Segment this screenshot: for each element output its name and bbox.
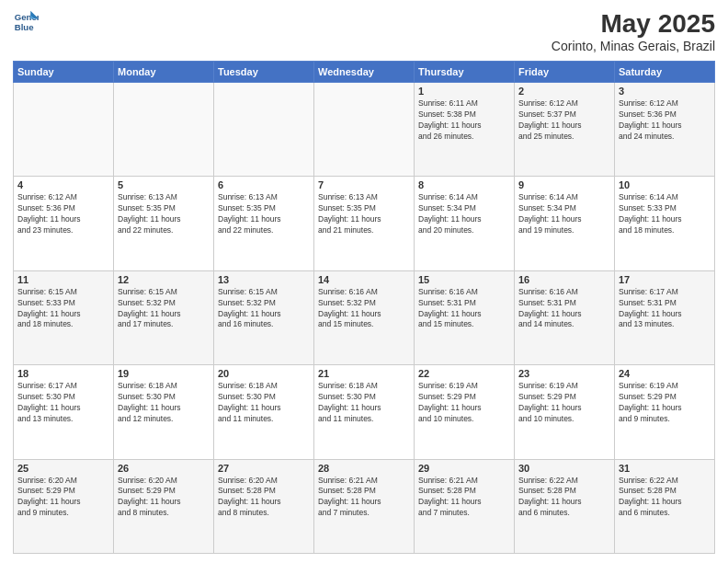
calendar-cell: 1Sunrise: 6:11 AM Sunset: 5:38 PM Daylig… — [415, 83, 515, 177]
calendar-cell: 5Sunrise: 6:13 AM Sunset: 5:35 PM Daylig… — [114, 177, 214, 270]
calendar-cell: 6Sunrise: 6:13 AM Sunset: 5:35 PM Daylig… — [214, 177, 314, 270]
subtitle: Corinto, Minas Gerais, Brazil — [552, 39, 715, 53]
day-info: Sunrise: 6:19 AM Sunset: 5:29 PM Dayligh… — [619, 381, 711, 425]
day-info: Sunrise: 6:16 AM Sunset: 5:31 PM Dayligh… — [518, 287, 610, 331]
day-number: 16 — [518, 274, 610, 285]
calendar-cell: 22Sunrise: 6:19 AM Sunset: 5:29 PM Dayli… — [415, 365, 515, 459]
day-number: 3 — [619, 86, 711, 97]
day-info: Sunrise: 6:22 AM Sunset: 5:28 PM Dayligh… — [518, 476, 610, 520]
calendar-cell — [214, 83, 314, 177]
day-info: Sunrise: 6:14 AM Sunset: 5:33 PM Dayligh… — [619, 192, 711, 236]
calendar-cell: 23Sunrise: 6:19 AM Sunset: 5:29 PM Dayli… — [515, 365, 615, 459]
day-info: Sunrise: 6:22 AM Sunset: 5:28 PM Dayligh… — [619, 476, 711, 520]
page: General Blue May 2025 Corinto, Minas Ger… — [0, 0, 728, 563]
header-thursday: Thursday — [415, 62, 515, 83]
day-number: 14 — [318, 274, 410, 285]
calendar-cell: 8Sunrise: 6:14 AM Sunset: 5:34 PM Daylig… — [415, 177, 515, 270]
calendar-cell: 31Sunrise: 6:22 AM Sunset: 5:28 PM Dayli… — [615, 459, 715, 553]
day-info: Sunrise: 6:15 AM Sunset: 5:33 PM Dayligh… — [17, 287, 109, 331]
day-info: Sunrise: 6:12 AM Sunset: 5:36 PM Dayligh… — [619, 98, 711, 143]
day-number: 21 — [318, 368, 410, 379]
calendar-cell: 15Sunrise: 6:16 AM Sunset: 5:31 PM Dayli… — [415, 270, 515, 364]
day-info: Sunrise: 6:13 AM Sunset: 5:35 PM Dayligh… — [218, 192, 310, 236]
day-info: Sunrise: 6:21 AM Sunset: 5:28 PM Dayligh… — [418, 476, 510, 520]
calendar-cell: 29Sunrise: 6:21 AM Sunset: 5:28 PM Dayli… — [415, 459, 515, 553]
calendar-cell: 4Sunrise: 6:12 AM Sunset: 5:36 PM Daylig… — [14, 177, 114, 270]
day-number: 13 — [218, 274, 310, 285]
calendar-cell: 26Sunrise: 6:20 AM Sunset: 5:29 PM Dayli… — [114, 459, 214, 553]
day-info: Sunrise: 6:17 AM Sunset: 5:30 PM Dayligh… — [17, 381, 109, 425]
day-number: 2 — [518, 86, 610, 97]
day-number: 29 — [418, 463, 510, 474]
calendar-cell: 14Sunrise: 6:16 AM Sunset: 5:32 PM Dayli… — [314, 270, 415, 364]
day-number: 28 — [318, 463, 410, 474]
header-friday: Friday — [515, 62, 615, 83]
header-sunday: Sunday — [14, 62, 114, 83]
day-info: Sunrise: 6:11 AM Sunset: 5:38 PM Dayligh… — [418, 98, 510, 143]
calendar-cell: 10Sunrise: 6:14 AM Sunset: 5:33 PM Dayli… — [615, 177, 715, 270]
day-info: Sunrise: 6:18 AM Sunset: 5:30 PM Dayligh… — [318, 381, 410, 425]
header-tuesday: Tuesday — [214, 62, 314, 83]
day-info: Sunrise: 6:13 AM Sunset: 5:35 PM Dayligh… — [118, 192, 210, 236]
calendar-cell: 2Sunrise: 6:12 AM Sunset: 5:37 PM Daylig… — [515, 83, 615, 177]
day-info: Sunrise: 6:14 AM Sunset: 5:34 PM Dayligh… — [418, 192, 510, 236]
day-number: 12 — [118, 274, 210, 285]
calendar-cell: 19Sunrise: 6:18 AM Sunset: 5:30 PM Dayli… — [114, 365, 214, 459]
day-info: Sunrise: 6:17 AM Sunset: 5:31 PM Dayligh… — [619, 287, 711, 331]
calendar-week-3: 11Sunrise: 6:15 AM Sunset: 5:33 PM Dayli… — [14, 270, 715, 364]
calendar-cell: 30Sunrise: 6:22 AM Sunset: 5:28 PM Dayli… — [515, 459, 615, 553]
calendar-cell: 16Sunrise: 6:16 AM Sunset: 5:31 PM Dayli… — [515, 270, 615, 364]
calendar-cell: 3Sunrise: 6:12 AM Sunset: 5:36 PM Daylig… — [615, 83, 715, 177]
main-title: May 2025 — [552, 9, 715, 39]
day-info: Sunrise: 6:12 AM Sunset: 5:36 PM Dayligh… — [17, 192, 109, 236]
calendar-cell: 7Sunrise: 6:13 AM Sunset: 5:35 PM Daylig… — [314, 177, 415, 270]
calendar-cell: 24Sunrise: 6:19 AM Sunset: 5:29 PM Dayli… — [615, 365, 715, 459]
day-info: Sunrise: 6:20 AM Sunset: 5:29 PM Dayligh… — [17, 476, 109, 520]
day-number: 1 — [418, 86, 510, 97]
day-number: 19 — [118, 368, 210, 379]
day-info: Sunrise: 6:14 AM Sunset: 5:34 PM Dayligh… — [518, 192, 610, 236]
calendar-cell — [14, 83, 114, 177]
calendar-header-row: Sunday Monday Tuesday Wednesday Thursday… — [14, 62, 715, 83]
day-info: Sunrise: 6:18 AM Sunset: 5:30 PM Dayligh… — [218, 381, 310, 425]
title-block: May 2025 Corinto, Minas Gerais, Brazil — [552, 9, 715, 53]
day-number: 26 — [118, 463, 210, 474]
calendar-cell: 13Sunrise: 6:15 AM Sunset: 5:32 PM Dayli… — [214, 270, 314, 364]
calendar-cell — [314, 83, 415, 177]
calendar-week-5: 25Sunrise: 6:20 AM Sunset: 5:29 PM Dayli… — [14, 459, 715, 553]
header: General Blue May 2025 Corinto, Minas Ger… — [13, 9, 715, 53]
day-info: Sunrise: 6:19 AM Sunset: 5:29 PM Dayligh… — [418, 381, 510, 425]
day-number: 6 — [218, 179, 310, 190]
calendar-cell: 18Sunrise: 6:17 AM Sunset: 5:30 PM Dayli… — [14, 365, 114, 459]
day-number: 17 — [619, 274, 711, 285]
header-monday: Monday — [114, 62, 214, 83]
day-number: 25 — [17, 463, 109, 474]
day-number: 30 — [518, 463, 610, 474]
day-info: Sunrise: 6:20 AM Sunset: 5:29 PM Dayligh… — [118, 476, 210, 520]
day-info: Sunrise: 6:15 AM Sunset: 5:32 PM Dayligh… — [118, 287, 210, 331]
header-saturday: Saturday — [615, 62, 715, 83]
calendar-cell: 27Sunrise: 6:20 AM Sunset: 5:28 PM Dayli… — [214, 459, 314, 553]
day-info: Sunrise: 6:20 AM Sunset: 5:28 PM Dayligh… — [218, 476, 310, 520]
svg-text:Blue: Blue — [15, 22, 34, 32]
day-number: 9 — [518, 179, 610, 190]
logo: General Blue — [13, 9, 39, 35]
day-number: 23 — [518, 368, 610, 379]
day-info: Sunrise: 6:12 AM Sunset: 5:37 PM Dayligh… — [518, 98, 610, 143]
logo-icon: General Blue — [13, 9, 39, 35]
calendar-cell: 25Sunrise: 6:20 AM Sunset: 5:29 PM Dayli… — [14, 459, 114, 553]
day-number: 22 — [418, 368, 510, 379]
day-number: 20 — [218, 368, 310, 379]
day-number: 8 — [418, 179, 510, 190]
day-number: 31 — [619, 463, 711, 474]
day-info: Sunrise: 6:18 AM Sunset: 5:30 PM Dayligh… — [118, 381, 210, 425]
calendar-cell: 21Sunrise: 6:18 AM Sunset: 5:30 PM Dayli… — [314, 365, 415, 459]
calendar-cell: 11Sunrise: 6:15 AM Sunset: 5:33 PM Dayli… — [14, 270, 114, 364]
calendar-cell — [114, 83, 214, 177]
header-wednesday: Wednesday — [314, 62, 415, 83]
day-info: Sunrise: 6:16 AM Sunset: 5:32 PM Dayligh… — [318, 287, 410, 331]
calendar-cell: 12Sunrise: 6:15 AM Sunset: 5:32 PM Dayli… — [114, 270, 214, 364]
day-info: Sunrise: 6:13 AM Sunset: 5:35 PM Dayligh… — [318, 192, 410, 236]
calendar-cell: 17Sunrise: 6:17 AM Sunset: 5:31 PM Dayli… — [615, 270, 715, 364]
day-info: Sunrise: 6:15 AM Sunset: 5:32 PM Dayligh… — [218, 287, 310, 331]
